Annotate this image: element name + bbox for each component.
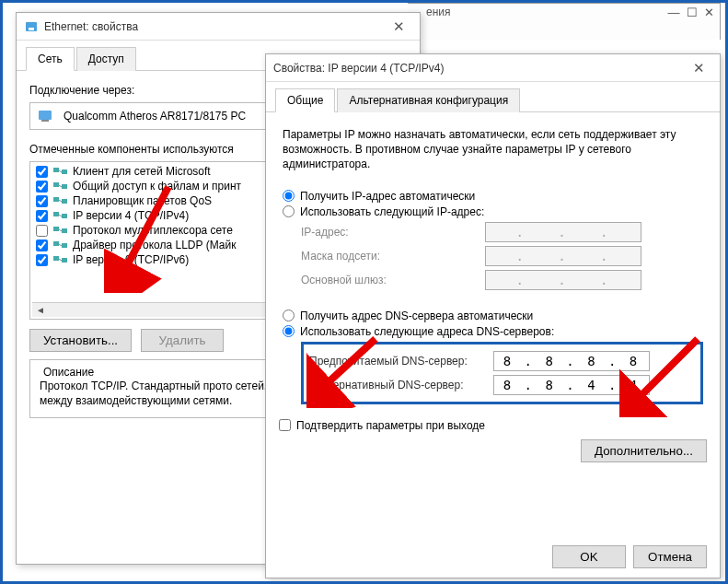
svg-line-6 <box>59 170 62 172</box>
protocol-icon <box>52 194 69 207</box>
radio-dns-auto-label: Получить адрес DNS-сервера автоматически <box>300 310 533 322</box>
svg-line-24 <box>59 259 62 261</box>
component-label: Клиент для сетей Microsoft <box>73 165 211 178</box>
component-checkbox[interactable] <box>36 210 48 222</box>
maximize-icon[interactable]: ☐ <box>687 6 698 19</box>
alternate-dns-input[interactable]: 8 . 8 . 4 . 4 <box>493 375 650 395</box>
component-label: Драйвер протокола LLDP (Майк <box>73 239 236 251</box>
component-label: Протокол мультиплексора сете <box>73 224 233 237</box>
svg-rect-11 <box>62 199 67 204</box>
radio-ip-manual-input[interactable] <box>283 205 295 217</box>
intro-text: Параметры IP можно назначать автоматичес… <box>283 127 703 172</box>
ip-address-label: IP-адрес: <box>301 226 485 239</box>
subnet-mask-input: . . . <box>485 246 641 266</box>
ok-button[interactable]: OK <box>552 545 626 568</box>
svg-rect-2 <box>39 111 52 120</box>
svg-rect-7 <box>53 182 59 187</box>
component-label: Общий доступ к файлам и принт <box>73 180 241 193</box>
svg-rect-8 <box>62 184 67 189</box>
window-controls-fragment: — ☐ ✕ <box>668 6 714 19</box>
svg-line-9 <box>59 185 62 187</box>
cancel-button[interactable]: Отмена <box>633 545 707 568</box>
dns-group: Получить адрес DNS-сервера автоматически… <box>279 305 707 410</box>
titlebar[interactable]: Свойства: IP версии 4 (TCP/IPv4) ✕ <box>266 54 720 82</box>
preferred-dns-input[interactable]: 8 . 8 . 8 . 8 <box>493 351 650 371</box>
protocol-icon <box>52 165 69 178</box>
ethernet-icon <box>24 19 39 34</box>
svg-line-18 <box>59 229 62 231</box>
adapter-icon <box>38 109 56 123</box>
minimize-icon[interactable]: — <box>668 6 680 19</box>
validate-on-exit-label: Подтвердить параметры при выходе <box>296 419 485 432</box>
ip-address-input: . . . <box>485 222 641 242</box>
install-button[interactable]: Установить... <box>29 329 132 352</box>
gateway-label: Основной шлюз: <box>301 274 485 286</box>
protocol-icon <box>52 209 69 222</box>
advanced-button[interactable]: Дополнительно... <box>581 439 707 462</box>
validate-on-exit-row[interactable]: Подтвердить параметры при выходе <box>279 419 707 432</box>
component-label: Планировщик пакетов QoS <box>73 194 212 207</box>
tab-sharing[interactable]: Доступ <box>76 47 136 71</box>
svg-line-15 <box>59 215 62 216</box>
radio-dns-manual-input[interactable] <box>283 325 295 337</box>
close-icon[interactable]: ✕ <box>385 18 412 35</box>
uninstall-button[interactable]: Удалить <box>141 329 224 352</box>
radio-dns-manual[interactable]: Использовать следующие адреса DNS-сервер… <box>283 325 703 338</box>
svg-rect-17 <box>62 228 67 233</box>
svg-rect-22 <box>53 256 59 261</box>
protocol-icon <box>52 180 69 193</box>
tab-alternate[interactable]: Альтернативная конфигурация <box>337 88 520 112</box>
gateway-input: . . . <box>485 270 641 290</box>
radio-ip-manual-label: Использовать следующий IP-адрес: <box>300 205 484 218</box>
radio-ip-auto[interactable]: Получить IP-адрес автоматически <box>283 190 703 203</box>
close-icon[interactable]: ✕ <box>704 6 714 19</box>
svg-rect-3 <box>41 120 49 122</box>
svg-rect-20 <box>62 243 67 248</box>
alternate-dns-label: Альтернативный DNS-сервер: <box>309 379 493 391</box>
component-checkbox[interactable] <box>36 166 48 178</box>
component-checkbox[interactable] <box>36 195 48 207</box>
component-label: IP версии 4 (TCP/IPv4) <box>73 209 189 222</box>
scroll-left-icon[interactable]: ◄ <box>34 305 47 315</box>
tabs: Общие Альтернативная конфигурация <box>266 82 720 112</box>
component-checkbox[interactable] <box>36 239 48 251</box>
svg-rect-13 <box>53 212 59 216</box>
protocol-icon <box>52 253 69 266</box>
window-title: Свойства: IP версии 4 (TCP/IPv4) <box>273 62 685 75</box>
svg-rect-14 <box>62 214 67 218</box>
ip-address-group: Получить IP-адрес автоматически Использо… <box>279 185 707 296</box>
component-checkbox[interactable] <box>36 254 48 266</box>
svg-line-12 <box>59 200 62 202</box>
svg-rect-10 <box>53 197 59 202</box>
protocol-icon <box>52 224 69 237</box>
close-icon[interactable]: ✕ <box>685 60 712 76</box>
adapter-name: Qualcomm Atheros AR8171/8175 PC <box>64 110 246 123</box>
window-title: Ethernet: свойства <box>44 20 385 33</box>
tab-general[interactable]: Общие <box>275 88 335 112</box>
svg-rect-1 <box>29 28 34 30</box>
radio-dns-manual-label: Использовать следующие адреса DNS-сервер… <box>300 325 554 338</box>
ipv4-properties-window: Свойства: IP версии 4 (TCP/IPv4) ✕ Общие… <box>265 53 721 578</box>
svg-rect-5 <box>62 169 67 174</box>
radio-dns-auto-input[interactable] <box>283 310 295 321</box>
radio-ip-auto-input[interactable] <box>283 190 295 202</box>
preferred-dns-label: Предпочитаемый DNS-сервер: <box>309 355 493 368</box>
protocol-icon <box>52 239 69 251</box>
component-checkbox[interactable] <box>36 225 48 237</box>
radio-ip-auto-label: Получить IP-адрес автоматически <box>300 190 475 203</box>
svg-rect-19 <box>53 241 59 246</box>
svg-line-21 <box>59 244 62 246</box>
fragment-text: ения <box>426 6 451 18</box>
validate-on-exit-checkbox[interactable] <box>279 419 291 431</box>
svg-rect-23 <box>62 258 67 263</box>
svg-rect-16 <box>53 227 59 231</box>
titlebar[interactable]: Ethernet: свойства ✕ <box>17 13 420 41</box>
radio-dns-auto[interactable]: Получить адрес DNS-сервера автоматически <box>283 310 703 322</box>
radio-ip-manual[interactable]: Использовать следующий IP-адрес: <box>283 205 703 218</box>
subnet-mask-label: Маска подсети: <box>301 250 485 263</box>
component-checkbox[interactable] <box>36 181 48 193</box>
description-title: Описание <box>40 366 98 379</box>
background-window-fragment: ения — ☐ ✕ <box>408 3 721 40</box>
tab-network[interactable]: Сеть <box>26 47 75 71</box>
component-label: IP версии 6 (TCP/IPv6) <box>73 253 189 266</box>
